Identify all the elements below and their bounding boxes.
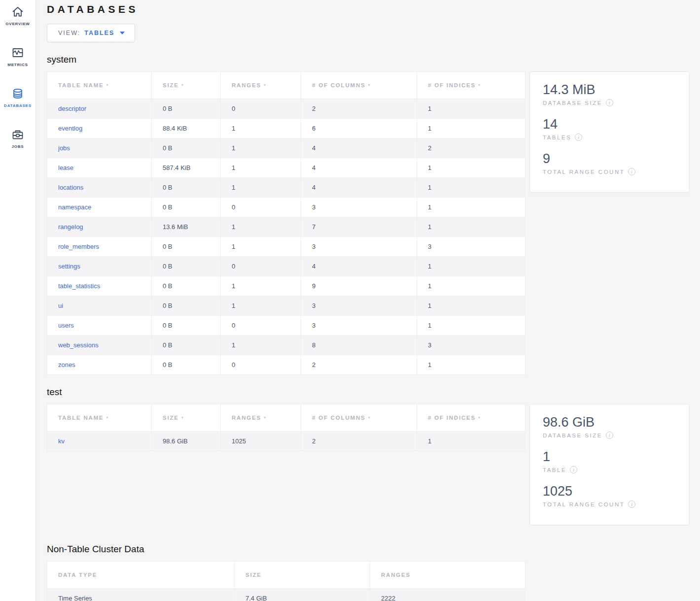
table-cell: role_members (47, 237, 152, 257)
table-cell: 587.4 KiB (152, 158, 221, 178)
sidebar: OVERVIEW METRICS DATABASES JOBS (0, 0, 36, 601)
sidebar-item-overview[interactable]: OVERVIEW (0, 5, 35, 26)
table-name-link[interactable]: web_sessions (58, 341, 99, 349)
table-name-link[interactable]: jobs (58, 144, 70, 152)
table-cell: 0 (221, 316, 301, 335)
table-cell: 0 B (152, 138, 221, 158)
column-header[interactable]: # OF INDICES▾ (417, 404, 525, 432)
table-name-link[interactable]: role_members (58, 243, 99, 250)
column-header-label: RANGES (232, 415, 261, 421)
table-cell: 7.4 GiB (235, 589, 370, 601)
table-cell: 1025 (221, 432, 301, 451)
main-content: DATABASES VIEW: TABLES system TABLE NAME… (36, 0, 700, 601)
table-cell: namespace (47, 198, 152, 217)
table-header-row: DATA TYPESIZERANGES (47, 562, 525, 589)
info-icon[interactable]: i (606, 99, 613, 106)
table-cell: zones (47, 355, 152, 375)
stat-value: 1025 (543, 483, 677, 499)
column-header: RANGES (370, 562, 525, 589)
stat-label: TABLE (543, 467, 566, 473)
table-cell: 1 (221, 276, 301, 296)
table-cell: 3 (417, 335, 525, 355)
table-row: locations0 B141 (47, 178, 525, 198)
table-name-link[interactable]: descriptor (58, 105, 86, 112)
table-cell: locations (47, 178, 152, 198)
table-row: settings0 B041 (47, 257, 525, 276)
info-icon[interactable]: i (606, 432, 613, 439)
table-cell: 1 (417, 99, 525, 119)
info-icon[interactable]: i (570, 466, 577, 473)
table-cell: 0 B (152, 198, 221, 217)
column-header[interactable]: TABLE NAME▾ (47, 404, 152, 432)
column-header[interactable]: RANGES▾ (221, 72, 301, 99)
column-header: DATA TYPE (47, 562, 235, 589)
table-cell: 13.6 MiB (152, 217, 221, 237)
stat-label: DATABASE SIZE (543, 433, 602, 438)
sidebar-item-label: OVERVIEW (5, 22, 30, 26)
table-row: eventlog88.4 KiB161 (47, 119, 525, 138)
column-header-label: RANGES (381, 572, 411, 578)
sort-arrow-icon: ▾ (478, 83, 481, 87)
table-name-link[interactable]: table_statistics (58, 282, 100, 290)
stat-database-size: 14.3 MiB DATABASE SIZE i (543, 82, 677, 106)
column-header-label: DATA TYPE (58, 572, 97, 578)
table-cell: 2 (301, 99, 417, 119)
table-cell: 1 (417, 257, 525, 276)
table-cell: 0 B (152, 257, 221, 276)
sidebar-item-metrics[interactable]: METRICS (0, 46, 35, 67)
table-row: role_members0 B133 (47, 237, 525, 257)
table-cell: 3 (301, 198, 417, 217)
database-section-system: TABLE NAME▾SIZE▾RANGES▾# OF COLUMNS▾# OF… (47, 71, 700, 375)
table-row: Time Series7.4 GiB2222 (47, 589, 525, 601)
column-header[interactable]: # OF COLUMNS▾ (301, 404, 417, 432)
sidebar-item-jobs[interactable]: JOBS (0, 128, 35, 149)
column-header[interactable]: # OF INDICES▾ (417, 72, 525, 99)
table-name-link[interactable]: kv (58, 437, 65, 445)
table-cell: 0 B (152, 276, 221, 296)
table-cell: eventlog (47, 119, 152, 138)
table-cell: 7 (301, 217, 417, 237)
table-cell: 1 (221, 296, 301, 316)
column-header[interactable]: # OF COLUMNS▾ (301, 72, 417, 99)
tables-table-test: TABLE NAME▾SIZE▾RANGES▾# OF COLUMNS▾# OF… (47, 404, 525, 451)
view-dropdown[interactable]: VIEW: TABLES (47, 24, 135, 42)
table-name-link[interactable]: zones (58, 361, 75, 368)
table-name-link[interactable]: namespace (58, 203, 91, 211)
table-cell: 4 (301, 158, 417, 178)
column-header[interactable]: RANGES▾ (221, 404, 301, 432)
table-cell: 0 B (152, 237, 221, 257)
table-name-link[interactable]: rangelog (58, 223, 83, 231)
column-header: SIZE (235, 562, 370, 589)
table-cell: Time Series (47, 589, 235, 601)
sidebar-item-databases[interactable]: DATABASES (0, 87, 35, 108)
table-cell: descriptor (47, 99, 152, 119)
table-name-link[interactable]: ui (58, 302, 63, 309)
column-header[interactable]: SIZE▾ (152, 404, 221, 432)
info-icon[interactable]: i (628, 168, 635, 175)
column-header[interactable]: SIZE▾ (152, 72, 221, 99)
table-cell: lease (47, 158, 152, 178)
column-header-label: SIZE (245, 572, 262, 578)
table-name-link[interactable]: users (58, 322, 74, 329)
info-icon[interactable]: i (575, 134, 582, 141)
table-name-link[interactable]: eventlog (58, 125, 82, 132)
table-cell: 0 B (152, 296, 221, 316)
sort-arrow-icon: ▾ (368, 415, 371, 420)
table-cell: 6 (301, 119, 417, 138)
database-summary-card: 14.3 MiB DATABASE SIZE i 14 TABLES i 9 T… (529, 71, 690, 193)
chevron-down-icon (120, 32, 125, 34)
table-cell: 0 B (152, 178, 221, 198)
table-name-link[interactable]: lease (58, 164, 73, 171)
table-name-link[interactable]: settings (58, 263, 80, 270)
sort-arrow-icon: ▾ (181, 415, 184, 420)
database-section-test: TABLE NAME▾SIZE▾RANGES▾# OF COLUMNS▾# OF… (47, 404, 700, 525)
column-header[interactable]: TABLE NAME▾ (47, 72, 152, 99)
sort-arrow-icon: ▾ (106, 83, 109, 87)
table-cell: 1 (221, 335, 301, 355)
stat-label: TOTAL RANGE COUNT (543, 169, 625, 175)
table-cell: 0 (221, 198, 301, 217)
info-icon[interactable]: i (628, 501, 635, 508)
table-row: lease587.4 KiB141 (47, 158, 525, 178)
table-row: jobs0 B142 (47, 138, 525, 158)
table-name-link[interactable]: locations (58, 184, 83, 191)
